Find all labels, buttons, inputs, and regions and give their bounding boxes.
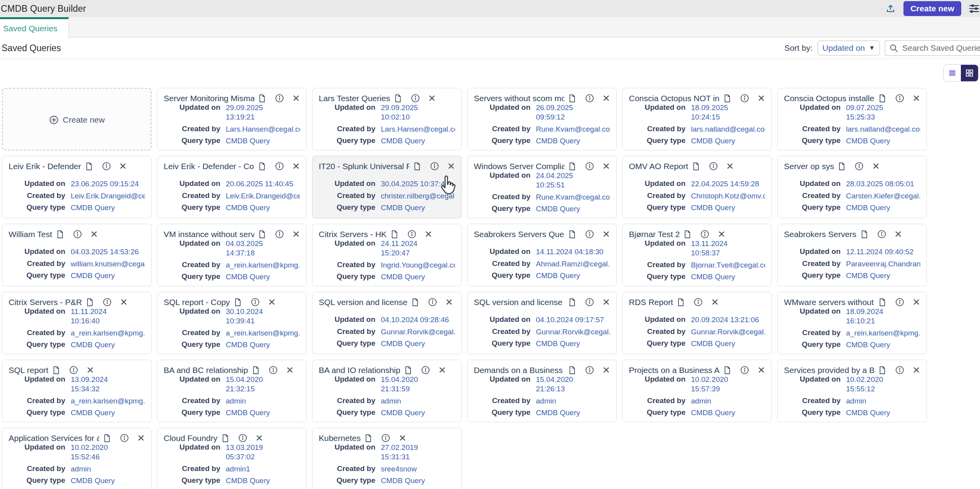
saved-query-card[interactable]: Demands on a Business Appli... ✕ Updated… — [467, 360, 617, 422]
create-new-button[interactable]: Create new — [903, 1, 961, 16]
saved-query-card[interactable]: Leiv Erik - Defender ✕ Updated on 23.06 — [2, 156, 152, 218]
info-circle-icon[interactable] — [585, 365, 594, 375]
copy-document-icon[interactable] — [676, 298, 685, 307]
info-circle-icon[interactable] — [740, 365, 750, 375]
copy-document-icon[interactable] — [683, 230, 692, 239]
saved-query-card[interactable]: OMV AO Report ✕ Updated on 22.04.2025 1 — [622, 156, 772, 218]
copy-document-icon[interactable] — [411, 298, 420, 307]
saved-query-card[interactable]: SQL version and license - Copy ✕ Updated… — [467, 292, 617, 354]
info-circle-icon[interactable] — [585, 93, 594, 103]
close-icon[interactable]: ✕ — [86, 366, 94, 375]
info-circle-icon[interactable] — [585, 229, 594, 239]
close-icon[interactable]: ✕ — [912, 94, 920, 103]
saved-query-card[interactable]: IT20 - Splunk Universal Forwa. ✕ Updated… — [312, 156, 462, 218]
close-icon[interactable]: ✕ — [137, 434, 145, 443]
copy-document-icon[interactable] — [403, 366, 413, 375]
copy-document-icon[interactable] — [52, 366, 61, 375]
copy-document-icon[interactable] — [860, 230, 869, 239]
copy-document-icon[interactable] — [257, 94, 267, 103]
copy-document-icon[interactable] — [568, 366, 577, 375]
copy-document-icon[interactable] — [691, 162, 701, 171]
info-circle-icon[interactable] — [381, 433, 391, 443]
sliders-icon[interactable] — [968, 2, 980, 15]
info-circle-icon[interactable] — [275, 229, 284, 239]
copy-document-icon[interactable] — [412, 162, 422, 171]
saved-query-card[interactable]: WMware servers without VM... ✕ Updated o… — [777, 292, 927, 354]
copy-document-icon[interactable] — [568, 162, 577, 171]
saved-query-card[interactable]: VM instance without server ✕ Updated on — [157, 224, 307, 286]
info-circle-icon[interactable] — [895, 93, 905, 103]
info-circle-icon[interactable] — [700, 229, 710, 239]
saved-query-card[interactable]: BA and BC relationship ✕ Updated on 15. — [157, 360, 307, 422]
close-icon[interactable]: ✕ — [292, 230, 300, 239]
info-circle-icon[interactable] — [102, 161, 111, 171]
close-icon[interactable]: ✕ — [602, 366, 610, 375]
close-icon[interactable]: ✕ — [268, 298, 276, 307]
info-circle-icon[interactable] — [120, 433, 129, 443]
saved-query-card[interactable]: Conscia Octopus installed ✕ Updated on — [777, 88, 927, 150]
search-input[interactable] — [902, 43, 980, 53]
info-circle-icon[interactable] — [69, 365, 79, 375]
copy-document-icon[interactable] — [878, 366, 887, 375]
saved-query-card[interactable]: Kubernetes ✕ Updated on 27.02.2019 15:3 — [312, 428, 462, 489]
saved-query-card[interactable]: Services provided by a BC ✕ Updated on — [777, 360, 927, 422]
close-icon[interactable]: ✕ — [912, 366, 920, 375]
close-icon[interactable]: ✕ — [757, 366, 765, 375]
grid-view-icon[interactable] — [961, 65, 978, 81]
info-circle-icon[interactable] — [877, 229, 887, 239]
info-circle-icon[interactable] — [250, 297, 260, 307]
search-box[interactable] — [885, 40, 980, 56]
saved-query-card[interactable]: Citrix Servers - P&R ✕ Updated on 11.11 — [2, 292, 152, 354]
info-circle-icon[interactable] — [238, 433, 248, 443]
close-icon[interactable]: ✕ — [119, 162, 127, 171]
close-icon[interactable]: ✕ — [255, 434, 263, 443]
info-circle-icon[interactable] — [585, 297, 594, 307]
saved-query-card[interactable]: Application Services for a BA ✕ Updated … — [2, 428, 152, 489]
saved-query-card[interactable]: Leiv Erik - Defender - Copy ✕ Updated on — [157, 156, 307, 218]
saved-query-card[interactable]: Servers without scom monitor... ✕ Update… — [467, 88, 617, 150]
saved-query-card[interactable]: SQL version and license ✕ Updated on 04 — [312, 292, 462, 354]
close-icon[interactable]: ✕ — [286, 366, 294, 375]
close-icon[interactable]: ✕ — [602, 298, 610, 307]
copy-document-icon[interactable] — [257, 230, 267, 239]
close-icon[interactable]: ✕ — [602, 230, 610, 239]
copy-document-icon[interactable] — [221, 434, 230, 443]
saved-query-card[interactable]: Citrix Servers - HK ✕ Updated on 24.11. — [312, 224, 462, 286]
info-circle-icon[interactable] — [275, 93, 284, 103]
copy-document-icon[interactable] — [878, 94, 887, 103]
saved-query-card[interactable]: Seabrokers Servers ✕ Updated on 12.11.2 — [777, 224, 927, 286]
copy-document-icon[interactable] — [837, 162, 846, 171]
saved-query-card[interactable]: Lars Tester Queries ✕ Updated on 29.09. — [312, 88, 462, 150]
list-view-icon[interactable] — [944, 65, 961, 81]
close-icon[interactable]: ✕ — [711, 298, 719, 307]
close-icon[interactable]: ✕ — [726, 162, 734, 171]
info-circle-icon[interactable] — [73, 229, 82, 239]
info-circle-icon[interactable] — [854, 161, 864, 171]
copy-document-icon[interactable] — [393, 94, 403, 103]
copy-document-icon[interactable] — [102, 434, 112, 443]
close-icon[interactable]: ✕ — [602, 94, 610, 103]
close-icon[interactable]: ✕ — [872, 162, 880, 171]
close-icon[interactable]: ✕ — [894, 230, 902, 239]
close-icon[interactable]: ✕ — [445, 298, 453, 307]
saved-query-card[interactable]: SQL report ✕ Updated on 13.09.2024 15:3 — [2, 360, 152, 422]
close-icon[interactable]: ✕ — [425, 230, 432, 239]
saved-query-card[interactable]: RDS Report ✕ Updated on 20.09.2024 13:2 — [622, 292, 772, 354]
copy-document-icon[interactable] — [723, 94, 732, 103]
copy-document-icon[interactable] — [233, 298, 243, 307]
saved-query-card[interactable]: Projects on a Business Applica... ✕ Upda… — [622, 360, 772, 422]
saved-query-card[interactable]: Seabrokers Servers Query Tes... ✕ Update… — [467, 224, 617, 286]
close-icon[interactable]: ✕ — [120, 298, 128, 307]
info-circle-icon[interactable] — [895, 365, 905, 375]
info-circle-icon[interactable] — [268, 365, 278, 375]
sort-select[interactable]: Updated on ▼ — [818, 41, 880, 55]
copy-document-icon[interactable] — [723, 366, 732, 375]
copy-document-icon[interactable] — [568, 230, 577, 239]
info-circle-icon[interactable] — [428, 297, 437, 307]
close-icon[interactable]: ✕ — [292, 162, 300, 171]
copy-document-icon[interactable] — [84, 162, 94, 171]
info-circle-icon[interactable] — [895, 297, 905, 307]
copy-document-icon[interactable] — [55, 230, 65, 239]
copy-document-icon[interactable] — [568, 94, 577, 103]
info-circle-icon[interactable] — [693, 297, 703, 307]
